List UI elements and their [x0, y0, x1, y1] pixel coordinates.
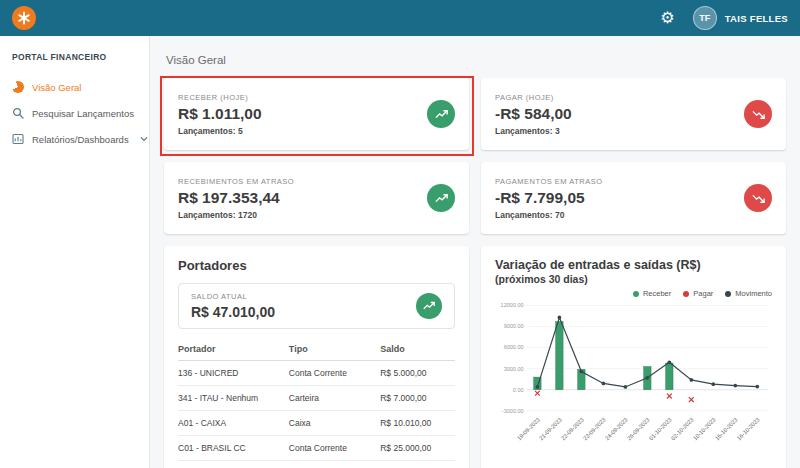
card-pagamentos-em-atraso[interactable]: PAGAMENTOS EM ATRASO -R$ 7.799,05 Lançam…	[481, 162, 786, 234]
stat-value: R$ 197.353,44	[178, 189, 294, 207]
svg-text:24-09-2023: 24-09-2023	[604, 416, 629, 441]
nav-label: Relatórios/Dashboards	[32, 134, 129, 145]
cell-saldo: R$ 7.000,00	[380, 386, 455, 411]
cell-portador: C01 - BRASIL CC	[178, 436, 289, 461]
trending-up-icon	[427, 184, 455, 212]
stat-text: RECEBER (HOJE) R$ 1.011,00 Lançamentos: …	[178, 93, 262, 136]
svg-text:9000.00: 9000.00	[504, 323, 524, 329]
table-row[interactable]: 341 - ITAU - Nenhum Carteira R$ 7.000,00	[178, 386, 455, 411]
cell-portador: 341 - ITAU - Nenhum	[178, 386, 289, 411]
nav-label: Visão Geral	[32, 82, 81, 93]
cell-portador: 136 - UNICRED	[178, 361, 289, 386]
nav-label: Pesquisar Lançamentos	[32, 108, 134, 119]
stat-label: RECEBIMENTOS EM ATRASO	[178, 177, 294, 186]
cell-tipo: Conta Corrente	[289, 361, 380, 386]
legend-dot-green	[633, 291, 639, 297]
cell-tipo: Caixa	[289, 411, 380, 436]
stat-count: Lançamentos: 70	[495, 210, 603, 220]
sidebar-item-relatorios-dashboards[interactable]: Relatórios/Dashboards	[0, 126, 149, 152]
stat-value: -R$ 7.799,05	[495, 189, 603, 207]
app-logo-icon[interactable]	[12, 6, 36, 30]
chart-subtitle: (próximos 30 dias)	[495, 273, 772, 285]
portadores-card: Portadores SALDO ATUAL R$ 47.010,00	[164, 246, 469, 468]
saldo-label: SALDO ATUAL	[191, 292, 275, 301]
stat-text: PAGAMENTOS EM ATRASO -R$ 7.799,05 Lançam…	[495, 177, 603, 220]
cell-portador: A01 - CAIXA	[178, 411, 289, 436]
chart-legend: Receber Pagar Movimento	[495, 289, 772, 298]
flower-asterisk-icon	[17, 11, 31, 25]
legend-label: Receber	[643, 289, 671, 298]
cell-tipo: Carteira	[289, 386, 380, 411]
content-area: Visão Geral RECEBER (HOJE) R$ 1.011,00 L…	[150, 36, 800, 468]
bottom-panels: Portadores SALDO ATUAL R$ 47.010,00	[164, 246, 786, 468]
main-layout: PORTAL FINANCEIRO Visão Geral Pesquisar …	[0, 36, 800, 468]
dashboard-icon	[12, 133, 24, 145]
sidebar-item-pesquisar-lancamentos[interactable]: Pesquisar Lançamentos	[0, 100, 149, 126]
legend-label: Pagar	[693, 289, 713, 298]
top-bar: ⚙ TF TAIS FELLES	[0, 0, 800, 36]
cell-saldo: R$ 25.000,00	[380, 436, 455, 461]
sidebar-nav: Visão Geral Pesquisar Lançamentos	[0, 74, 149, 152]
card-pagar-hoje[interactable]: PAGAR (HOJE) -R$ 584,00 Lançamentos: 3	[481, 78, 786, 150]
trending-down-icon	[744, 100, 772, 128]
chevron-down-icon	[140, 136, 148, 142]
saldo-value: R$ 47.010,00	[191, 304, 275, 320]
stat-cards-grid: RECEBER (HOJE) R$ 1.011,00 Lançamentos: …	[164, 78, 786, 234]
legend-label: Movimento	[735, 289, 772, 298]
table-header-row: Portador Tipo Saldo	[178, 339, 455, 361]
pie-chart-icon	[12, 81, 24, 93]
stat-count: Lançamentos: 5	[178, 126, 262, 136]
app-window: ⚙ TF TAIS FELLES PORTAL FINANCEIRO Visão…	[0, 0, 800, 468]
stat-value: -R$ 584,00	[495, 105, 572, 123]
variacao-chart: 12000.009000.006000.003000.000.00-3000.0…	[495, 300, 772, 448]
stat-count: Lançamentos: 3	[495, 126, 572, 136]
cell-tipo: Conta Corrente	[289, 436, 380, 461]
stat-label: PAGAMENTOS EM ATRASO	[495, 177, 603, 186]
legend-item-movimento[interactable]: Movimento	[725, 289, 772, 298]
stat-count: Lançamentos: 1720	[178, 210, 294, 220]
svg-text:02-10-2023: 02-10-2023	[670, 416, 695, 441]
trending-up-icon	[427, 100, 455, 128]
trending-down-icon	[744, 184, 772, 212]
svg-text:3000.00: 3000.00	[504, 366, 524, 372]
svg-text:21-09-2023: 21-09-2023	[538, 416, 563, 441]
svg-text:6000.00: 6000.00	[504, 344, 524, 350]
stat-label: PAGAR (HOJE)	[495, 93, 572, 102]
user-name[interactable]: TAIS FELLES	[725, 13, 788, 24]
trending-up-icon	[416, 293, 442, 319]
cell-saldo: R$ 10.010,00	[380, 411, 455, 436]
topbar-actions: ⚙ TF TAIS FELLES	[660, 6, 788, 30]
svg-text:15-10-2023: 15-10-2023	[714, 416, 739, 441]
saldo-text: SALDO ATUAL R$ 47.010,00	[191, 292, 275, 320]
page-title: Visão Geral	[166, 54, 784, 66]
stat-label: RECEBER (HOJE)	[178, 93, 262, 102]
table-row[interactable]: A01 - CAIXA Caixa R$ 10.010,00	[178, 411, 455, 436]
svg-text:12000.00: 12000.00	[501, 302, 524, 308]
legend-item-pagar[interactable]: Pagar	[683, 289, 713, 298]
legend-dot-dark	[725, 291, 731, 297]
settings-gear-icon[interactable]: ⚙	[660, 10, 674, 26]
table-row[interactable]: 136 - UNICRED Conta Corrente R$ 5.000,00	[178, 361, 455, 386]
col-saldo: Saldo	[380, 339, 455, 361]
search-icon	[12, 107, 24, 119]
stat-text: RECEBIMENTOS EM ATRASO R$ 197.353,44 Lan…	[178, 177, 294, 220]
svg-text:0.00: 0.00	[513, 387, 524, 393]
col-tipo: Tipo	[289, 339, 380, 361]
saldo-atual-box[interactable]: SALDO ATUAL R$ 47.010,00	[178, 283, 455, 329]
svg-text:01-10-2023: 01-10-2023	[648, 416, 673, 441]
sidebar-item-visao-geral[interactable]: Visão Geral	[0, 74, 149, 100]
card-recebimentos-em-atraso[interactable]: RECEBIMENTOS EM ATRASO R$ 197.353,44 Lan…	[164, 162, 469, 234]
stat-text: PAGAR (HOJE) -R$ 584,00 Lançamentos: 3	[495, 93, 572, 136]
sidebar: PORTAL FINANCEIRO Visão Geral Pesquisar …	[0, 36, 150, 468]
stat-value: R$ 1.011,00	[178, 105, 262, 123]
col-portador: Portador	[178, 339, 289, 361]
portadores-title: Portadores	[178, 258, 455, 273]
legend-item-receber[interactable]: Receber	[633, 289, 671, 298]
user-avatar[interactable]: TF	[693, 6, 717, 30]
cell-saldo: R$ 5.000,00	[380, 361, 455, 386]
variacao-chart-card: Variação de entradas e saídas (R$) (próx…	[481, 246, 786, 468]
portadores-table: Portador Tipo Saldo 136 - UNICRED Conta …	[178, 339, 455, 461]
svg-text:-3000.00: -3000.00	[502, 408, 524, 414]
table-row[interactable]: C01 - BRASIL CC Conta Corrente R$ 25.000…	[178, 436, 455, 461]
card-receber-hoje[interactable]: RECEBER (HOJE) R$ 1.011,00 Lançamentos: …	[164, 78, 469, 150]
